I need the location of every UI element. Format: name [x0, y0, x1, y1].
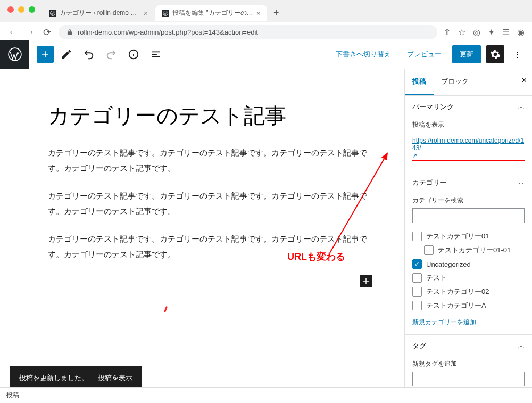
apps-icon[interactable]: ☰ [502, 27, 510, 37]
window-max-dot[interactable] [29, 6, 35, 13]
lock-icon [66, 29, 73, 36]
puzzle-icon[interactable]: ✦ [488, 27, 495, 37]
svg-point-2 [9, 48, 21, 61]
chevron-up-icon: ︿ [518, 102, 525, 112]
share-icon[interactable]: ⇧ [444, 27, 451, 37]
more-menu-button[interactable]: ⋮ [510, 51, 525, 59]
undo-button[interactable] [79, 45, 98, 64]
reload-button[interactable]: ⟳ [41, 27, 52, 38]
panel-title: カテゴリー [412, 178, 447, 187]
editor-canvas[interactable]: カテゴリーのテスト記事 カテゴリーのテスト記事です。カテゴリーのテスト記事です。… [0, 69, 404, 403]
checkbox[interactable] [424, 245, 434, 255]
settings-button[interactable] [486, 45, 504, 63]
post-title[interactable]: カテゴリーのテスト記事 [48, 101, 378, 130]
permalink-panel: パーマリンク ︿ 投稿を表示 https://rollin-demo.com/u… [405, 96, 532, 171]
checkbox[interactable] [412, 259, 422, 269]
category-label: テストカテゴリー01 [426, 232, 489, 241]
panel-title: パーマリンク [412, 102, 454, 112]
tab-block[interactable]: ブロック [434, 69, 476, 95]
wordpress-favicon [162, 10, 169, 17]
sidebar-close-button[interactable]: × [522, 76, 527, 85]
category-label: テストカテゴリー02 [426, 287, 489, 297]
add-tag-input[interactable] [412, 372, 525, 386]
paragraph-block[interactable]: カテゴリーのテスト記事です。カテゴリーのテスト記事です。カテゴリーのテスト記事で… [48, 188, 378, 219]
external-link-icon: ↗ [412, 152, 417, 159]
tab-close-icon[interactable]: × [144, 9, 148, 18]
add-block-button[interactable] [37, 46, 54, 63]
window-close-dot[interactable] [7, 6, 14, 13]
browser-tab[interactable]: カテゴリー ‹ rollin-demo — Wor… × [43, 5, 154, 21]
tab-title: 投稿を編集 "カテゴリーのテスト記… [172, 9, 253, 18]
tab-post[interactable]: 投稿 [405, 69, 434, 95]
annotation-text: URLも変わる [287, 250, 345, 263]
search-categories-label: カテゴリーを検索 [412, 196, 525, 205]
preview-button[interactable]: プレビュー [402, 45, 447, 63]
category-item[interactable]: テスト [412, 271, 525, 285]
annotation-underline [412, 160, 525, 161]
permalink-action-label: 投稿を表示 [412, 120, 525, 129]
browser-chrome: カテゴリー ‹ rollin-demo — Wor… × 投稿を編集 "カテゴリ… [0, 0, 532, 40]
category-label: テストカテゴリー01-01 [438, 245, 511, 255]
categories-panel: カテゴリー ︿ カテゴリーを検索 テストカテゴリー01テストカテゴリー01-01… [405, 171, 532, 335]
info-button[interactable] [124, 45, 143, 64]
extension-icons: ⇧ ☆ ◎ ✦ ☰ ◉ [444, 27, 525, 37]
snackbar-message: 投稿を更新しました。 [19, 373, 88, 383]
checkbox[interactable] [412, 273, 422, 283]
address-bar[interactable]: rollin-demo.com/wp-admin/post.php?post=1… [59, 25, 437, 39]
new-tab-button[interactable]: + [268, 7, 285, 19]
checkbox[interactable] [412, 301, 422, 310]
permalink-url[interactable]: https://rollin-demo.com/uncategorized/14… [412, 137, 525, 152]
checkbox[interactable] [412, 287, 422, 297]
panel-toggle[interactable]: タグ ︿ [405, 335, 532, 357]
settings-sidebar: 投稿 ブロック × パーマリンク ︿ 投稿を表示 https://rollin-… [404, 69, 532, 403]
wordpress-favicon [49, 10, 56, 17]
forward-button[interactable]: → [24, 27, 35, 38]
browser-tab[interactable]: 投稿を編集 "カテゴリーのテスト記… × [155, 5, 267, 21]
panel-title: タグ [412, 341, 426, 351]
camera-icon[interactable]: ◎ [473, 27, 480, 37]
category-label: Uncategorized [426, 260, 471, 268]
category-item[interactable]: テストカテゴリーA [412, 299, 525, 312]
add-tag-label: 新規タグを追加 [412, 359, 525, 368]
outline-button[interactable] [146, 45, 165, 64]
browser-tabs: カテゴリー ‹ rollin-demo — Wor… × 投稿を編集 "カテゴリ… [0, 5, 532, 21]
category-label: テスト [426, 273, 447, 283]
editor-footer-breadcrumb[interactable]: 投稿 [0, 387, 532, 403]
category-item[interactable]: Uncategorized [412, 257, 525, 271]
search-categories-input[interactable] [412, 208, 525, 223]
category-item[interactable]: テストカテゴリー01-01 [412, 243, 525, 257]
panel-toggle[interactable]: パーマリンク ︿ [405, 96, 532, 118]
add-block-inline-button[interactable] [360, 275, 372, 287]
switch-to-draft-button[interactable]: 下書きへ切り替え [330, 45, 396, 63]
url-text: rollin-demo.com/wp-admin/post.php?post=1… [78, 28, 258, 36]
annotation-mark [164, 306, 168, 312]
chevron-up-icon: ︿ [518, 341, 525, 351]
category-item[interactable]: テストカテゴリー01 [412, 229, 525, 243]
category-item[interactable]: テストカテゴリー02 [412, 285, 525, 299]
back-button[interactable]: ← [7, 27, 18, 38]
snackbar-action[interactable]: 投稿を表示 [98, 373, 132, 383]
update-button[interactable]: 更新 [452, 45, 481, 63]
redo-button[interactable] [102, 45, 121, 64]
add-new-category-link[interactable]: 新規カテゴリーを追加 [412, 318, 525, 327]
edit-mode-icon[interactable] [57, 45, 76, 64]
wordpress-logo[interactable] [0, 40, 29, 69]
panel-toggle[interactable]: カテゴリー ︿ [405, 171, 532, 194]
star-icon[interactable]: ☆ [458, 27, 466, 37]
profile-icon[interactable]: ◉ [517, 27, 525, 37]
checkbox[interactable] [412, 232, 422, 241]
tab-close-icon[interactable]: × [256, 9, 261, 18]
chevron-up-icon: ︿ [518, 178, 525, 187]
category-label: テストカテゴリーA [426, 301, 486, 310]
editor-header: 下書きへ切り替え プレビュー 更新 ⋮ [0, 40, 532, 69]
paragraph-block[interactable]: カテゴリーのテスト記事です。カテゴリーのテスト記事です。カテゴリーのテスト記事で… [48, 145, 378, 176]
window-min-dot[interactable] [18, 6, 24, 13]
tab-title: カテゴリー ‹ rollin-demo — Wor… [60, 9, 140, 18]
